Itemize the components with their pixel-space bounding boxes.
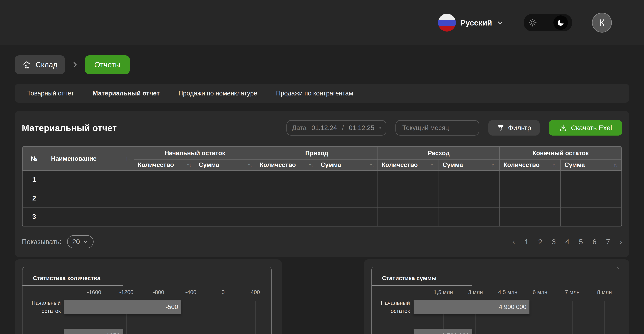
breadcrumb-item-warehouse[interactable]: Склад [15, 55, 65, 74]
table-row: 2 [22, 189, 622, 207]
sub-header-label: Количество [382, 162, 418, 168]
breadcrumb-reports-label: Отчеты [94, 60, 120, 69]
pagination-page-3[interactable]: 3 [552, 238, 556, 246]
statistics-section: Статистика количества Начальный остатокП… [15, 259, 629, 334]
sort-icon[interactable]: ↑↓ [248, 162, 252, 168]
table-cell-empty [439, 207, 500, 226]
pagination-page-7[interactable]: 7 [606, 238, 610, 246]
pagination-page-4[interactable]: 4 [565, 238, 569, 246]
bar-opening-balance: -500 [64, 300, 181, 314]
x-axis-tick-label: 3 млн [468, 289, 483, 296]
table-cell-empty [317, 189, 378, 207]
filter-funnel-icon [497, 124, 504, 132]
pagination-prev[interactable]: ‹ [512, 238, 515, 246]
column-header-quantity-0[interactable]: Количество↑↓ [134, 159, 195, 170]
sort-icon[interactable]: ↑↓ [187, 162, 191, 168]
table-footer: Показывать: 20 ‹ 1234567 › [22, 235, 622, 248]
gridline [540, 300, 540, 334]
moon-icon [556, 18, 565, 27]
bar-value-label: -500 [166, 304, 178, 310]
tab-prodazhi-po-kontragentam[interactable]: Продажи по контрагентам [276, 90, 353, 97]
column-header-quantity-1[interactable]: Количество↑↓ [256, 159, 317, 170]
bar-opening-balance: 4 900 000 [414, 300, 530, 314]
row-number-cell: 2 [22, 189, 46, 207]
gridline [223, 300, 224, 334]
chart-plot: -1600-1200-800-4000400-500-1250 [64, 286, 258, 334]
column-header-sum-3[interactable]: Сумма↑↓ [560, 159, 622, 170]
sort-icon[interactable]: ↑↓ [370, 162, 374, 168]
month-input[interactable] [402, 124, 473, 132]
sub-header-label: Сумма [564, 162, 585, 168]
chart-category-labels: Начальный остатокПриход [372, 286, 410, 334]
category-label: Приход [372, 332, 410, 334]
page-size-select[interactable]: 20 [67, 235, 94, 248]
gridline [255, 300, 256, 334]
table-cell-empty [439, 189, 500, 207]
breadcrumb-item-reports[interactable]: Отчеты [85, 55, 130, 74]
sort-icon[interactable]: ↑↓ [492, 162, 496, 168]
date-range-input[interactable]: Дата 01.12.24 / 01.12.25 [286, 120, 386, 136]
tab-prodazhi-po-nomenklature[interactable]: Продажи по номенклатуре [178, 90, 257, 97]
table-cell-empty [560, 189, 622, 207]
x-axis-tick-label: 400 [251, 289, 260, 296]
column-header-sum-1[interactable]: Сумма↑↓ [317, 159, 378, 170]
pagination: ‹ 1234567 › [512, 238, 622, 246]
page-size-value: 20 [72, 238, 80, 246]
page-size-label: Показывать: [22, 238, 62, 246]
table-cell-empty [134, 207, 195, 226]
chevron-right-icon [71, 61, 79, 68]
sort-icon[interactable]: ↑↓ [431, 162, 435, 168]
avatar[interactable]: К [592, 13, 612, 32]
x-axis-tick-label: 0 [222, 289, 224, 296]
breadcrumb: Склад Отчеты [15, 55, 644, 74]
bar-value-label: 2 500 000 [442, 332, 469, 334]
sort-icon[interactable]: ↑↓ [126, 156, 130, 162]
x-axis-tick-label: -1200 [119, 289, 133, 296]
column-header-sum-0[interactable]: Сумма↑↓ [195, 159, 256, 170]
language-selector[interactable]: Русский [438, 14, 504, 32]
sort-icon[interactable]: ↑↓ [309, 162, 313, 168]
x-axis-tick-label: -400 [185, 289, 196, 296]
table-cell-empty [256, 207, 317, 226]
table-cell-empty [439, 170, 500, 189]
chart-title: Статистика суммы [372, 267, 619, 282]
pagination-page-6[interactable]: 6 [592, 238, 596, 246]
pagination-page-2[interactable]: 2 [538, 238, 542, 246]
table-cell-empty [500, 170, 560, 189]
sort-icon[interactable]: ↑↓ [552, 162, 556, 168]
column-header-quantity-3[interactable]: Количество↑↓ [500, 159, 560, 170]
table-cell-empty [560, 170, 622, 189]
x-axis-tick-label: 6 млн [533, 289, 548, 296]
pagination-next[interactable]: › [620, 238, 622, 246]
bar-income: 2 500 000 [414, 329, 472, 334]
chart-title: Статистика количества [22, 267, 271, 282]
column-header-quantity-2[interactable]: Количество↑↓ [378, 159, 438, 170]
table-cell-empty [195, 170, 256, 189]
x-axis-tick-label: -800 [153, 289, 164, 296]
sub-header-label: Количество [504, 162, 540, 168]
table-cell-empty [46, 170, 134, 189]
theme-toggle[interactable] [524, 14, 572, 31]
sort-icon[interactable]: ↑↓ [614, 162, 618, 168]
table-cell-empty [378, 189, 438, 207]
download-excel-button[interactable]: Скачать Exel [549, 120, 622, 136]
bar-value-label: -1250 [104, 332, 120, 334]
tab-tovarny-otchet[interactable]: Товарный отчет [27, 90, 74, 97]
date-label: Дата [292, 124, 306, 132]
column-header-number[interactable]: № [22, 147, 46, 170]
table-cell-empty [195, 207, 256, 226]
chevron-down-icon [83, 239, 88, 244]
download-button-label: Скачать Exel [571, 124, 612, 132]
calendar-icon [379, 124, 381, 132]
pagination-page-5[interactable]: 5 [579, 238, 583, 246]
column-header-sum-2[interactable]: Сумма↑↓ [439, 159, 500, 170]
chart-area: Начальный остатокПриход 1,5 млн3 млн4.5 … [372, 286, 619, 334]
row-number-cell: 1 [22, 170, 46, 189]
avatar-initial: К [599, 17, 604, 28]
column-header-name[interactable]: Наименование ↑↓ [46, 147, 134, 170]
russia-flag-icon [438, 14, 456, 32]
table-row: 1 [22, 170, 622, 189]
pagination-page-1[interactable]: 1 [524, 238, 528, 246]
tab-materialny-otchet[interactable]: Материальный отчет [92, 90, 160, 97]
filter-button[interactable]: Фильтр [488, 120, 540, 136]
